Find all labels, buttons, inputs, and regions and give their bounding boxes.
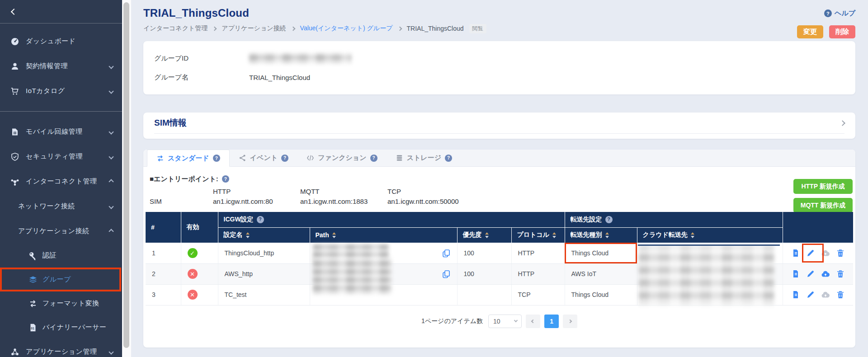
chevron-right-icon <box>291 26 295 31</box>
breadcrumb: インターコネクト管理 アプリケーション接続 Value(インターネット) グルー… <box>143 24 855 33</box>
row-priority: 100 <box>457 243 511 263</box>
sidebar-item-iot-catalog[interactable]: IoTカタログ <box>0 79 122 103</box>
chevron-down-icon <box>108 204 113 209</box>
table-row: 3 ✕ TC_test TCP Things Cloud <box>146 284 853 305</box>
col-header-forward-type[interactable]: 転送先種別 <box>565 227 637 243</box>
hub-icon <box>10 177 20 187</box>
sort-icon[interactable] <box>552 232 556 238</box>
sidebar-item-security-management[interactable]: セキュリティ管理 <box>0 144 122 169</box>
sidebar-item-application-connection[interactable]: アプリケーション接続 <box>0 219 122 244</box>
breadcrumb-item-link[interactable]: Value(インターネット) グループ <box>300 24 393 33</box>
page-size-value: 10 <box>493 318 500 325</box>
sidebar-item-dashboard[interactable]: ダッシュボード <box>0 29 122 54</box>
edit-pencil-icon[interactable] <box>806 249 815 258</box>
sidebar-collapse-icon[interactable] <box>11 8 17 14</box>
chevron-right-icon <box>397 26 402 31</box>
trash-icon[interactable] <box>836 249 845 258</box>
forward-help-icon[interactable]: ? <box>605 216 613 223</box>
change-button[interactable]: 変更 <box>797 25 823 38</box>
sidebar-item-label: モバイル回線管理 <box>26 127 109 136</box>
content-scrollbar-thumb[interactable] <box>123 2 129 348</box>
col-header-cloud-dest[interactable]: クラウド転送先 <box>637 227 783 243</box>
trash-icon[interactable] <box>836 290 845 299</box>
group-header-forward: 転送先設定? <box>565 212 783 227</box>
col-header-protocol[interactable]: プロトコル <box>511 227 565 243</box>
row-num: 3 <box>146 284 181 305</box>
next-page-button[interactable] <box>563 315 577 328</box>
tab-bar: スタンダード ? イベント ? ファンクション ? ストレージ ? <box>143 150 855 167</box>
prev-page-button[interactable] <box>526 315 540 328</box>
sidebar-item-auth[interactable]: 認証 <box>0 244 122 268</box>
sidebar-item-group[interactable]: グループ <box>0 268 122 291</box>
chevron-left-icon <box>531 319 535 323</box>
edit-pencil-icon[interactable] <box>806 269 815 278</box>
group-name-label: グループ名 <box>154 73 249 82</box>
sidebar-item-format-conversion[interactable]: フォーマット変換 <box>0 291 122 315</box>
trash-icon[interactable] <box>836 269 845 278</box>
content-scrollbar-track <box>122 0 131 357</box>
row-path <box>310 284 457 305</box>
code-icon <box>307 154 314 162</box>
copy-icon[interactable] <box>442 269 451 278</box>
tab-function[interactable]: ファンクション ? <box>297 150 386 166</box>
tab-event[interactable]: イベント ? <box>230 150 297 166</box>
sort-icon[interactable] <box>485 232 489 238</box>
delete-button[interactable]: 削除 <box>829 25 855 38</box>
sidebar-item-contract-management[interactable]: 契約情報管理 <box>0 54 122 79</box>
detail-doc-icon[interactable] <box>791 269 800 278</box>
sidebar-item-mobile-line-management[interactable]: モバイル回線管理 <box>0 119 122 144</box>
tab-help-icon[interactable]: ? <box>213 155 220 162</box>
icgw-help-icon[interactable]: ? <box>257 216 264 223</box>
col-header-priority[interactable]: 優先度 <box>457 227 511 243</box>
sidebar-item-application-management[interactable]: アプリケーション管理 <box>0 339 122 357</box>
row-name: ThingsCloud_http <box>218 243 310 263</box>
user-icon <box>10 61 20 71</box>
tab-help-icon[interactable]: ? <box>445 155 452 162</box>
entry-point-address: an1.icgw.ntt.com:1883 <box>300 197 387 207</box>
sidebar-item-binary-parser[interactable]: 01 バイナリーパーサー <box>0 315 122 339</box>
sort-icon[interactable] <box>691 232 694 238</box>
sidebar-header <box>0 0 122 23</box>
tab-help-icon[interactable]: ? <box>281 155 288 162</box>
col-header-name[interactable]: 設定名 <box>218 227 310 243</box>
col-header-actions <box>783 212 853 243</box>
entry-point-grid: SIM HTTP an1.icgw.ntt.com:80 MQTT an1.ic… <box>150 187 844 207</box>
binary-file-icon: 01 <box>28 323 38 333</box>
tab-help-icon[interactable]: ? <box>370 155 377 162</box>
entry-point-heading-row: ■エントリーポイント: ? <box>150 174 844 184</box>
entry-point-help-icon[interactable]: ? <box>222 175 229 183</box>
sort-icon[interactable] <box>605 232 609 238</box>
sidebar-item-label: セキュリティ管理 <box>26 152 109 161</box>
sidebar-item-interconnect-management[interactable]: インターコネクト管理 <box>0 169 122 194</box>
group-id-row: グループID <box>154 53 844 63</box>
page-number-button[interactable]: 1 <box>544 315 559 328</box>
table-row: 2 ✕ AWS_http 100 HTTP AWS IoT <box>146 263 853 284</box>
sim-info-card[interactable]: SIM情報 <box>143 113 855 139</box>
col-header-path[interactable]: Path <box>310 227 457 243</box>
http-create-button[interactable]: HTTP 新規作成 <box>793 179 853 194</box>
items-per-page-label: 1ページのアイテム数 <box>421 317 483 325</box>
breadcrumb-item[interactable]: アプリケーション接続 <box>222 24 286 33</box>
cloud-upload-icon <box>821 249 830 258</box>
cloud-upload-icon[interactable] <box>821 269 830 278</box>
tab-standard[interactable]: スタンダード ? <box>147 150 230 167</box>
page-size-select[interactable]: 10 <box>488 315 522 328</box>
tab-storage[interactable]: ストレージ ? <box>387 150 461 166</box>
copy-icon[interactable] <box>442 249 451 258</box>
layers-icon <box>28 275 38 285</box>
sort-icon[interactable] <box>246 232 250 238</box>
chevron-up-icon <box>108 179 113 184</box>
page-title: TRIAL_ThingsCloud <box>143 6 855 20</box>
sidebar-item-label: 契約情報管理 <box>26 62 109 70</box>
edit-pencil-icon[interactable] <box>806 290 815 299</box>
sort-icon[interactable] <box>332 232 336 238</box>
mqtt-create-button[interactable]: MQTT 新規作成 <box>793 198 853 213</box>
detail-doc-icon[interactable] <box>791 249 800 258</box>
row-num: 1 <box>146 243 181 263</box>
sidebar: ダッシュボード 契約情報管理 IoTカタログ モバイル回線管理 セキュリテ <box>0 0 122 357</box>
detail-doc-icon[interactable] <box>791 290 800 299</box>
sidebar-item-network-connection[interactable]: ネットワーク接続 <box>0 194 122 219</box>
help-link[interactable]: ? ヘルプ <box>824 9 855 18</box>
key-icon <box>28 251 38 261</box>
breadcrumb-item[interactable]: インターコネクト管理 <box>143 24 208 33</box>
